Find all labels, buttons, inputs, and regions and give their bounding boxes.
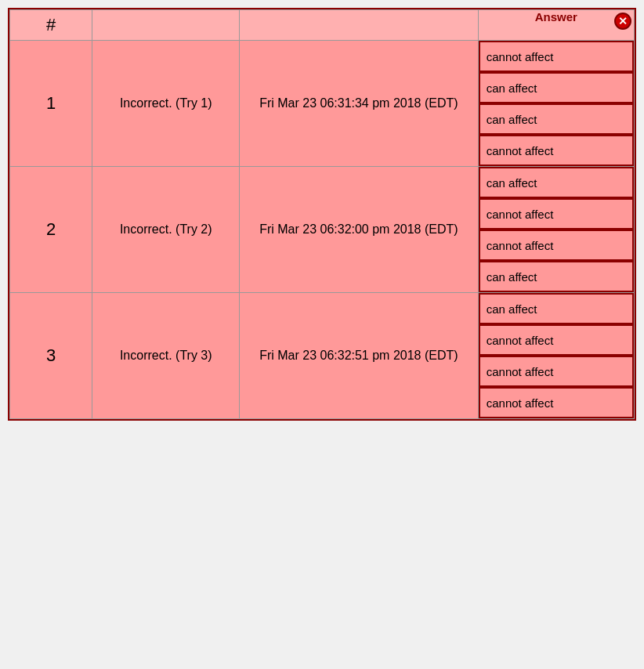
answer-cell-3-1: can affect (479, 293, 634, 324)
answer-cell-2-1: can affect (479, 167, 634, 198)
answer-cell-3-4: cannot affect (479, 387, 634, 418)
close-button[interactable]: ✕ (614, 13, 631, 30)
table-row-num-1: 1 (10, 41, 92, 167)
answer-cell-2-3: cannot affect (479, 230, 634, 261)
table-row-num-3: 3 (10, 293, 92, 419)
answer-cell-3-3: cannot affect (479, 356, 634, 387)
header-result (92, 10, 240, 41)
table-row-answers-1: cannot affectcan affectcan affectcannot … (478, 41, 634, 167)
answer-cell-2-2: cannot affect (479, 198, 634, 230)
header-num: # (10, 10, 92, 41)
answer-cell-3-2: cannot affect (479, 324, 634, 356)
table-row-result-1: Incorrect. (Try 1) (92, 41, 240, 167)
table-row-result-2: Incorrect. (Try 2) (92, 167, 240, 293)
answer-cell-1-4: cannot affect (479, 135, 634, 166)
table-row-date-3: Fri Mar 23 06:32:51 pm 2018 (EDT) (240, 293, 479, 419)
header-answer: Answer (478, 10, 634, 41)
answer-cell-1-1: cannot affect (479, 41, 634, 72)
table-row-date-1: Fri Mar 23 06:31:34 pm 2018 (EDT) (240, 41, 479, 167)
table-row-answers-2: can affectcannot affectcannot affectcan … (478, 167, 634, 293)
table-row-date-2: Fri Mar 23 06:32:00 pm 2018 (EDT) (240, 167, 479, 293)
answer-cell-2-4: can affect (479, 261, 634, 292)
answer-cell-1-2: can affect (479, 72, 634, 103)
table-row-answers-3: can affectcannot affectcannot affectcann… (478, 293, 634, 419)
table-row-result-3: Incorrect. (Try 3) (92, 293, 240, 419)
header-date (240, 10, 479, 41)
main-table-wrapper: ✕ # Answer 1Incorrect. (Try 1)Fri Mar 23… (8, 8, 636, 421)
answer-cell-1-3: can affect (479, 103, 634, 135)
results-table: # Answer 1Incorrect. (Try 1)Fri Mar 23 0… (9, 9, 635, 419)
table-row-num-2: 2 (10, 167, 92, 293)
